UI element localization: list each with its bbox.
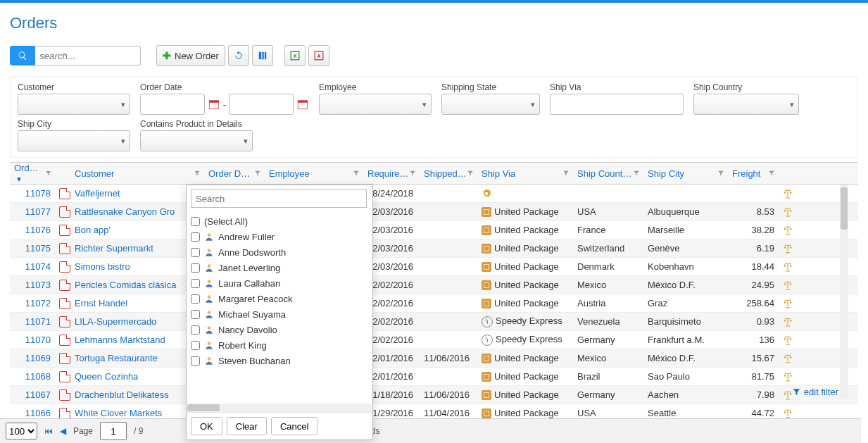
checkbox[interactable]	[191, 232, 200, 242]
cell-order-id[interactable]: 11075	[10, 243, 55, 254]
edit-filter-link[interactable]: edit filter	[792, 387, 838, 397]
table-row[interactable]: 11070Lehmanns Marktstand12/02/2016Speedy…	[10, 331, 858, 349]
filter-option[interactable]: Laura Callahan	[191, 275, 368, 291]
filter-option[interactable]: Margaret Peacock	[191, 291, 368, 306]
filter-option[interactable]: Robert King	[191, 337, 368, 353]
columns-button[interactable]	[252, 45, 273, 66]
table-row[interactable]: 11077Rattlesnake Canyon Gro12/03/2016Uni…	[10, 203, 858, 221]
table-row[interactable]: 11073Pericles Comidas clásica12/02/2016U…	[10, 276, 858, 294]
checkbox[interactable]	[191, 356, 200, 366]
new-order-button[interactable]: ✚ New Order	[156, 45, 225, 66]
cell-order-id[interactable]: 11068	[10, 371, 55, 382]
table-row[interactable]: 11071LILA-Supermercado12/02/2016Speedy E…	[10, 313, 858, 331]
refresh-button[interactable]	[228, 45, 249, 66]
pager-prev[interactable]: ◀	[60, 426, 66, 436]
cell-order-id[interactable]: 11074	[10, 261, 55, 272]
export-excel-button[interactable]: X	[284, 45, 306, 66]
funnel-icon[interactable]	[45, 170, 51, 177]
cell-order-id[interactable]: 11078	[10, 188, 55, 199]
funnel-icon[interactable]	[562, 170, 570, 177]
cell-pdf[interactable]	[55, 242, 70, 254]
cell-pdf[interactable]	[55, 261, 70, 273]
cell-pdf[interactable]	[55, 389, 70, 401]
funnel-icon[interactable]	[717, 170, 724, 177]
filter-order-date-to[interactable]	[229, 94, 294, 115]
filter-order-date-from[interactable]	[140, 94, 205, 115]
col-order[interactable]: Ord…▼	[10, 163, 55, 184]
cell-customer[interactable]: Lehmanns Marktstand	[70, 335, 204, 345]
filter-option[interactable]: Janet Leverling	[191, 260, 368, 275]
col-ship-city[interactable]: Ship City	[643, 163, 728, 184]
cell-order-id[interactable]: 11067	[10, 389, 55, 400]
filter-option[interactable]: Nancy Davolio	[191, 322, 368, 337]
table-row[interactable]: 11067Drachenblut Delikatess11/18/201611/…	[10, 386, 858, 404]
cell-pdf[interactable]	[55, 352, 70, 364]
filter-option[interactable]: Michael Suyama	[191, 306, 368, 322]
export-pdf-button[interactable]: A	[308, 45, 329, 66]
cell-customer[interactable]: White Clover Markets	[70, 408, 204, 418]
checkbox[interactable]	[191, 325, 200, 335]
funnel-icon[interactable]	[768, 170, 775, 177]
cell-pdf[interactable]	[55, 279, 70, 291]
cell-order-id[interactable]: 11069	[10, 353, 55, 363]
cell-customer[interactable]: Vaffeljernet	[70, 188, 204, 199]
cell-customer[interactable]: Tortuga Restaurante	[70, 353, 204, 363]
col-customer[interactable]: Customer	[70, 163, 204, 184]
table-row[interactable]: 11068Queen Cozinha12/01/2016United Packa…	[10, 368, 858, 386]
cell-pdf[interactable]	[55, 224, 70, 236]
filter-ok-button[interactable]: OK	[191, 417, 222, 435]
table-row[interactable]: 11074Simons bistro12/03/2016United Packa…	[10, 258, 858, 276]
cell-order-id[interactable]: 11076	[10, 225, 55, 235]
cell-order-id[interactable]: 11073	[10, 280, 55, 290]
filter-option-select-all[interactable]: (Select All)	[191, 213, 368, 229]
filter-option[interactable]: Andrew Fuller	[191, 229, 368, 244]
cell-pdf[interactable]	[55, 316, 70, 327]
cell-customer[interactable]: Ernst Handel	[70, 298, 204, 308]
cell-customer[interactable]: Rattlesnake Canyon Gro	[70, 206, 204, 217]
filter-cancel-button[interactable]: Cancel	[271, 417, 317, 435]
filter-popup-search[interactable]	[191, 189, 367, 208]
cell-order-id[interactable]: 11066	[10, 408, 55, 418]
cell-customer[interactable]: Simons bistro	[70, 261, 204, 272]
filter-clear-button[interactable]: Clear	[227, 417, 267, 435]
table-row[interactable]: 11078Vaffeljernet08/24/2018	[10, 185, 858, 203]
cell-customer[interactable]: Queen Cozinha	[70, 371, 204, 382]
filter-employee[interactable]	[319, 94, 432, 115]
checkbox[interactable]	[191, 217, 200, 226]
checkbox[interactable]	[191, 279, 200, 288]
table-row[interactable]: 11075Richter Supermarkt12/03/2016United …	[10, 239, 858, 258]
cell-pdf[interactable]	[55, 407, 70, 419]
col-order-date[interactable]: Order D…	[204, 163, 265, 184]
funnel-icon[interactable]	[194, 170, 201, 177]
cell-pdf[interactable]	[55, 187, 70, 199]
cell-customer[interactable]: Pericles Comidas clásica	[70, 280, 204, 290]
col-ship-via[interactable]: Ship Via	[477, 163, 573, 184]
cell-customer[interactable]: Drachenblut Delikatess	[70, 389, 204, 400]
col-freight[interactable]: Freight	[728, 163, 779, 184]
filter-option[interactable]: Steven Buchanan	[191, 353, 368, 368]
table-row[interactable]: 11076Bon app'12/03/2016United PackageFra…	[10, 221, 858, 239]
page-size-select[interactable]: 100	[6, 423, 37, 439]
checkbox[interactable]	[191, 341, 200, 350]
col-attachment[interactable]	[55, 163, 70, 184]
cell-pdf[interactable]	[55, 334, 70, 346]
col-employee[interactable]: Employee	[265, 163, 363, 184]
pager-page-input[interactable]	[100, 422, 127, 440]
funnel-icon[interactable]	[254, 170, 261, 177]
checkbox[interactable]	[191, 294, 200, 304]
checkbox[interactable]	[191, 310, 200, 319]
filter-contains-product[interactable]	[140, 130, 253, 151]
cell-pdf[interactable]	[55, 297, 70, 309]
checkbox[interactable]	[191, 263, 200, 273]
funnel-icon[interactable]	[353, 170, 360, 177]
filter-ship-country[interactable]	[693, 94, 799, 115]
vertical-scrollbar[interactable]	[840, 185, 848, 399]
cell-order-id[interactable]: 11077	[10, 206, 55, 217]
funnel-icon[interactable]	[467, 170, 474, 177]
funnel-icon[interactable]	[633, 170, 640, 177]
col-shipped[interactable]: Shipped…	[420, 163, 477, 184]
funnel-icon[interactable]	[409, 170, 416, 177]
cell-order-id[interactable]: 11070	[10, 335, 55, 345]
cell-pdf[interactable]	[55, 370, 70, 382]
filter-ship-via[interactable]	[550, 94, 684, 115]
